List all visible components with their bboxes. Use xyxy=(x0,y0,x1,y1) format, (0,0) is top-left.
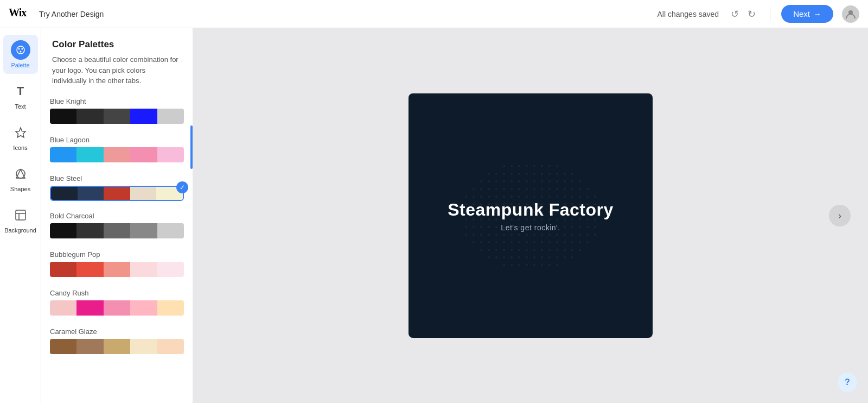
palette-item-bubblegum-pop[interactable]: Bubblegum Pop xyxy=(50,250,184,279)
scroll-indicator xyxy=(190,125,193,169)
swatch xyxy=(50,147,76,162)
selected-checkmark: ✓ xyxy=(176,181,188,193)
background-icon xyxy=(11,205,30,225)
panel-header: Color Palettes Choose a beautiful color … xyxy=(41,28,193,93)
swatch xyxy=(104,262,130,277)
palette-icon xyxy=(11,40,30,60)
undo-button[interactable]: ↺ xyxy=(727,6,742,22)
palette-item-candy-rush[interactable]: Candy Rush xyxy=(50,289,184,318)
icons-label: Icons xyxy=(13,144,27,151)
swatch xyxy=(76,223,103,238)
swatch xyxy=(104,109,130,124)
background-label: Background xyxy=(4,227,36,234)
swatch xyxy=(130,339,157,354)
logo-card: Steampunk Factory Let's get rockin'. xyxy=(409,93,653,338)
panel-title: Color Palettes xyxy=(52,39,182,50)
sidebar-item-text[interactable]: T Text xyxy=(3,76,38,115)
help-button[interactable]: ? xyxy=(838,373,857,392)
palette-item-blue-steel[interactable]: Blue Steel ✓ xyxy=(50,174,184,202)
sidebar-item-background[interactable]: Background xyxy=(3,200,38,239)
swatch xyxy=(76,262,103,277)
swatch xyxy=(130,187,157,200)
swatch xyxy=(104,187,130,200)
svg-rect-8 xyxy=(16,210,25,220)
swatch xyxy=(130,223,157,238)
palette-panel: Color Palettes Choose a beautiful color … xyxy=(41,28,193,403)
swatch xyxy=(130,109,157,124)
shapes-label: Shapes xyxy=(10,186,30,192)
swatch xyxy=(104,147,130,162)
preview-area: Steampunk Factory Let's get rockin'. › ? xyxy=(193,28,868,403)
swatch xyxy=(50,339,76,354)
palette-item-blue-lagoon[interactable]: Blue Lagoon xyxy=(50,136,184,165)
swatch xyxy=(104,339,130,354)
swatch xyxy=(157,262,184,277)
palette-item-blue-knight[interactable]: Blue Knight xyxy=(50,97,184,126)
topbar: Wix Try Another Design All changes saved… xyxy=(0,0,868,28)
palette-item-caramel-glaze[interactable]: Caramel Glaze xyxy=(50,328,184,356)
logo-subtitle: Let's get rockin'. xyxy=(501,223,560,232)
sidebar-item-palette[interactable]: Palette xyxy=(3,35,38,74)
swatch xyxy=(50,223,76,238)
swatch xyxy=(78,187,104,200)
swatch xyxy=(157,339,184,354)
topbar-divider xyxy=(770,7,770,22)
panel-description: Choose a beautiful color combination for… xyxy=(52,54,182,86)
try-another-link[interactable]: Try Another Design xyxy=(39,10,104,18)
swatch xyxy=(76,109,103,124)
swatch xyxy=(76,339,103,354)
swatch xyxy=(157,109,184,124)
swatch xyxy=(50,300,76,316)
swatch xyxy=(130,262,157,277)
shapes-icon xyxy=(11,164,30,184)
icons-icon xyxy=(11,123,30,142)
palette-item-bold-charcoal[interactable]: Bold Charcoal xyxy=(50,212,184,241)
swatch xyxy=(51,187,78,200)
swatch xyxy=(76,147,103,162)
palette-list: Blue Knight Blue Lagoon xyxy=(41,93,193,404)
next-button[interactable]: Next → xyxy=(781,5,833,23)
undo-redo-group: ↺ ↻ xyxy=(727,6,759,22)
text-label: Text xyxy=(15,103,25,110)
next-arrow-button[interactable]: › xyxy=(829,205,851,226)
swatch xyxy=(104,223,130,238)
svg-marker-6 xyxy=(16,128,25,137)
redo-button[interactable]: ↻ xyxy=(744,6,759,22)
swatch xyxy=(157,300,184,316)
swatch xyxy=(104,300,130,316)
logo-title: Steampunk Factory xyxy=(448,200,613,220)
text-icon: T xyxy=(11,81,30,101)
swatch xyxy=(130,147,157,162)
panel-desc-link[interactable]: individually in the other tabs. xyxy=(52,77,141,85)
palette-label: Palette xyxy=(11,62,29,68)
svg-point-5 xyxy=(20,51,21,53)
swatch xyxy=(157,147,184,162)
swatch xyxy=(76,300,103,316)
sidebar-icons: Palette T Text Icons Shapes xyxy=(0,28,41,403)
main-layout: Palette T Text Icons Shapes xyxy=(0,28,868,403)
sidebar-item-icons[interactable]: Icons xyxy=(3,117,38,156)
svg-point-3 xyxy=(18,48,20,50)
svg-point-2 xyxy=(17,46,24,54)
swatch xyxy=(157,223,184,238)
swatch xyxy=(50,262,76,277)
wix-logo: Wix xyxy=(9,7,30,22)
saved-status: All changes saved xyxy=(658,10,719,18)
swatch xyxy=(50,109,76,124)
sidebar-item-shapes[interactable]: Shapes xyxy=(3,159,38,198)
avatar-button[interactable] xyxy=(842,5,859,23)
swatch xyxy=(130,300,157,316)
svg-point-4 xyxy=(21,48,23,50)
svg-point-7 xyxy=(16,169,25,178)
svg-text:Wix: Wix xyxy=(9,7,27,18)
